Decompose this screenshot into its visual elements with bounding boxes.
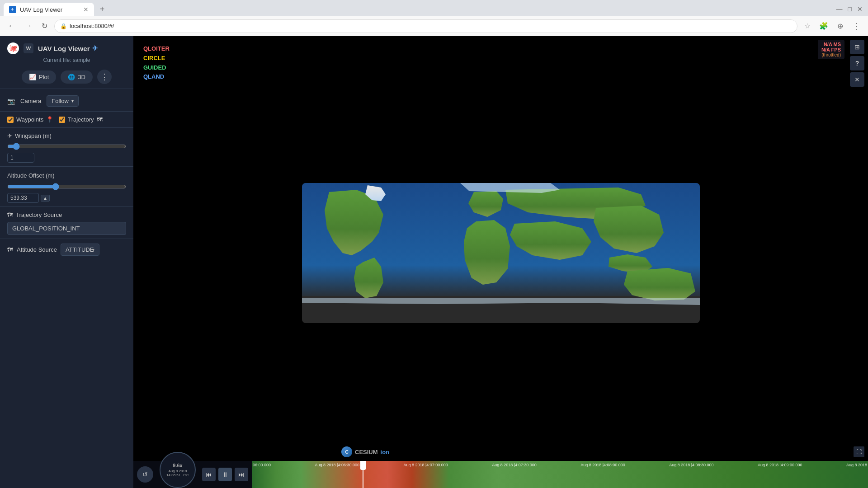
waypoints-checkbox-label[interactable]: Waypoints 📍 — [7, 116, 53, 123]
pin-icon: 📍 — [46, 116, 53, 123]
step-forward-button[interactable]: ⏭ — [235, 468, 248, 481]
plot-icon: 📈 — [29, 74, 36, 80]
plot-button[interactable]: 📈 Plot — [22, 70, 56, 84]
browser-tab-bar: ✈ UAV Log Viewer ✕ + — □ ✕ — [0, 0, 868, 16]
trajectory-source-section: 🗺 Trajectory Source GLOBAL_POSITION_INT … — [0, 207, 133, 239]
map-icon: 🗺 — [97, 116, 103, 123]
w-badge: W — [24, 43, 33, 53]
sidebar-header: 🐙 W UAV Log Viewer ✈ — [0, 36, 133, 56]
playback-controls: ⏮ ⏸ ⏭ — [202, 468, 248, 481]
wingspan-input[interactable] — [7, 153, 34, 163]
nav-reload-button[interactable]: ↻ — [38, 20, 51, 33]
bookmark-button[interactable]: ☆ — [801, 20, 814, 33]
altitude-section: Altitude Offset (m) ▲ — [0, 167, 133, 206]
nav-forward-button[interactable]: → — [22, 20, 34, 33]
trajectory-checkbox[interactable] — [59, 117, 65, 123]
mode-guided: GUIDED — [143, 63, 170, 73]
camera-dropdown-arrow: ▾ — [71, 99, 74, 103]
tab-bar-minimize[interactable]: — — [835, 4, 844, 14]
camera-row: 📷 Camera Follow ▾ — [0, 91, 133, 111]
wingspan-slider[interactable] — [7, 143, 126, 150]
mode-overlay: QLOITER CIRCLE GUIDED QLAND — [139, 42, 174, 84]
camera-dropdown[interactable]: Follow ▾ — [47, 95, 79, 107]
attitude-source-section: 🗺 Attitude Source ATTITUDE AHRS2 SIMSTAT… — [0, 239, 133, 259]
address-text: localhost:8080/#/ — [70, 23, 114, 29]
github-icon[interactable]: 🐙 — [7, 42, 19, 54]
trajectory-source-dropdown[interactable]: GLOBAL_POSITION_INT GPS_RAW_INT LOCAL_PO… — [7, 222, 126, 235]
altitude-slider[interactable] — [7, 183, 126, 190]
viewer-close-button[interactable]: ✕ — [850, 72, 864, 87]
tab-bar-maximize[interactable]: □ — [846, 4, 854, 14]
nav-back-button[interactable]: ← — [5, 20, 18, 33]
fps-stat: N/A FPS — [821, 47, 841, 52]
globe-container — [133, 36, 868, 461]
three-d-button[interactable]: 🌐 3D — [61, 70, 93, 84]
trajectory-source-label: Trajectory Source — [16, 211, 62, 218]
wingspan-icon: ✈ — [7, 132, 12, 139]
step-back-button[interactable]: ⏮ — [202, 468, 216, 481]
extensions-button[interactable]: 🧩 — [817, 20, 830, 33]
new-tab-button[interactable]: + — [96, 3, 108, 15]
more-menu-button[interactable]: ⋮ — [97, 70, 112, 84]
clock-time: 14:06:51 UTC — [166, 473, 189, 477]
tab-title: UAV Log Viewer — [20, 6, 80, 13]
tab-close-icon[interactable]: ✕ — [83, 6, 89, 13]
stats-overlay: N/A MS N/A FPS (throttled) — [818, 40, 844, 59]
camera-icon: 📷 — [7, 98, 15, 105]
clock-date: Aug 8 2018 — [169, 469, 187, 473]
speed-stat: N/A MS — [821, 42, 841, 47]
altitude-spin-up[interactable]: ▲ — [41, 195, 50, 202]
timeline-cursor-handle[interactable] — [360, 461, 366, 470]
camera-label: Camera — [20, 98, 41, 104]
wingspan-label: Wingspan (m) — [15, 132, 52, 139]
attitude-source-label: Attitude Source — [17, 246, 57, 253]
viewer: QLOITER CIRCLE GUIDED QLAND N/A MS N/A F… — [133, 36, 868, 488]
address-security-icon: 🔒 — [60, 23, 67, 29]
sidebar: 🐙 W UAV Log Viewer ✈ Current file: sampl… — [0, 36, 133, 488]
help-button[interactable]: ? — [850, 56, 864, 70]
grid-view-button[interactable]: ⊞ — [850, 40, 864, 54]
clock-speed: 9.6x — [173, 463, 182, 468]
mode-qloiter: QLOITER — [143, 44, 170, 54]
fullscreen-button[interactable]: ⛶ — [854, 446, 864, 457]
cesium-text: CESIUM — [355, 449, 378, 455]
reset-button[interactable]: ↺ — [137, 466, 153, 483]
trajectory-source-icon: 🗺 — [7, 211, 13, 218]
cesium-logo: C CESIUM ion — [341, 446, 389, 457]
profile-button[interactable]: ⊕ — [834, 20, 846, 33]
wingspan-section: ✈ Wingspan (m) — [0, 128, 133, 166]
bottom-bar: ↺ 9.6x Aug 8 2018 14:06:51 UTC ⏮ ⏸ ⏭ 0 — [133, 461, 868, 488]
cesium-logo-circle: C — [341, 446, 352, 457]
timeline[interactable]: 06:00.000 Aug 8 2018 |4:06:30.000 Aug 8 … — [252, 461, 868, 488]
altitude-input[interactable] — [7, 193, 39, 203]
address-bar[interactable]: 🔒 localhost:8080/#/ — [54, 19, 797, 33]
toolbar-row: 📈 Plot 🌐 3D ⋮ — [0, 68, 133, 89]
tab-bar-close[interactable]: ✕ — [855, 4, 864, 14]
plane-icon: ✈ — [92, 44, 98, 52]
mode-circle: CIRCLE — [143, 54, 170, 63]
tab-favicon: ✈ — [9, 6, 16, 13]
attitude-source-dropdown[interactable]: ATTITUDE AHRS2 SIMSTATE — [61, 244, 99, 256]
cesium-ion-text: ion — [381, 449, 390, 455]
throttled-stat: (throttled) — [821, 52, 841, 57]
clock-widget: 9.6x Aug 8 2018 14:06:51 UTC — [160, 452, 196, 488]
mode-qland: QLAND — [143, 72, 170, 82]
app-title: UAV Log Viewer ✈ — [38, 44, 98, 52]
trajectory-checkbox-label[interactable]: Trajectory 🗺 — [59, 116, 102, 123]
file-label: Current file: sample — [0, 56, 133, 68]
altitude-label: Altitude Offset (m) — [7, 172, 55, 179]
browser-nav-bar: ← → ↻ 🔒 localhost:8080/#/ ☆ 🧩 ⊕ ⋮ — [0, 16, 868, 36]
attitude-source-icon: 🗺 — [7, 246, 13, 253]
three-d-icon: 🌐 — [68, 74, 75, 80]
viewer-controls: ⊞ ? ✕ — [850, 40, 864, 87]
waypoints-checkbox[interactable] — [7, 117, 14, 123]
pause-button[interactable]: ⏸ — [218, 468, 232, 481]
main-layout: 🐙 W UAV Log Viewer ✈ Current file: sampl… — [0, 36, 868, 488]
browser-menu-button[interactable]: ⋮ — [850, 20, 863, 33]
browser-tab[interactable]: ✈ UAV Log Viewer ✕ — [4, 3, 94, 16]
earth-map — [302, 183, 700, 323]
checkbox-row: Waypoints 📍 Trajectory 🗺 — [0, 112, 133, 127]
